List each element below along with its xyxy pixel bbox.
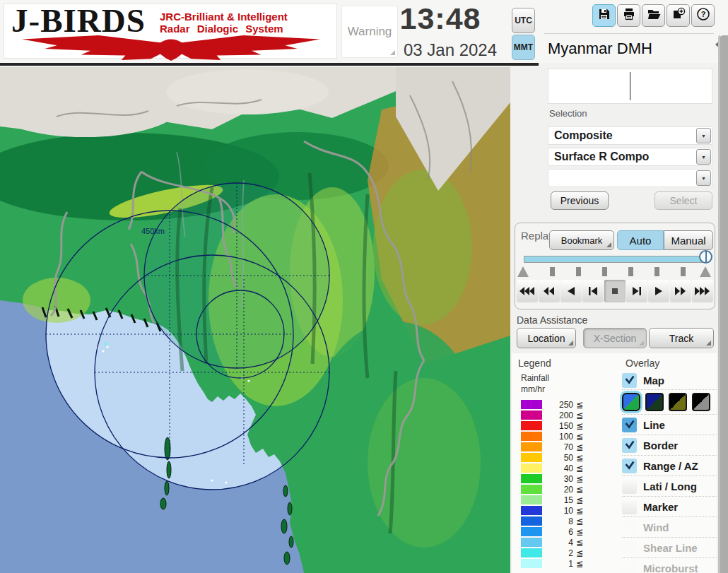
overlay-checkbox[interactable] [622,479,637,494]
add-window-button[interactable] [667,4,690,27]
x-section-button[interactable]: X-Section [583,328,647,348]
select-button: Select [654,191,712,210]
step-back-button[interactable] [582,280,604,302]
legend-color-swatch [521,410,542,420]
clock-time: 13:48 [394,1,486,36]
product-dropdown-2[interactable]: Surface R Compo ▼ [548,148,712,166]
auto-mode-button[interactable]: Auto [617,230,664,250]
legend-leq-symbol: ≦ [576,538,583,548]
legend-color-swatch [521,559,542,568]
step-forward-button[interactable] [626,280,647,302]
overlay-item-label: Microburst [643,562,698,573]
replay-slider-handle[interactable] [699,250,712,264]
overlay-item-label: Map [643,374,664,386]
map-style-black-gray[interactable] [692,393,710,411]
map-style-blue-green[interactable] [622,393,640,411]
radar-map[interactable]: 450km [0,67,510,573]
overlay-options: MapLineBorderRange / AZLati / LongMarker… [622,371,717,573]
overlay-checkbox[interactable] [622,418,637,432]
fast-forward-icon [672,285,689,297]
fast-forward-button[interactable] [670,280,691,302]
range-start-marker[interactable] [517,266,529,277]
rewind-button[interactable] [539,280,560,302]
overlay-checkbox[interactable] [622,459,637,473]
legend-row: 40≦ [521,463,613,473]
info-box-divider [630,72,630,100]
replay-slider-track[interactable] [524,256,706,263]
legend-value: 250 [542,400,573,410]
add-window-icon [671,7,686,24]
help-icon: ? [696,7,710,24]
fast-forward-max-button[interactable] [692,280,713,302]
help-button[interactable]: ? [691,4,715,27]
previous-button[interactable]: Previous [551,191,609,210]
legend-leq-symbol: ≦ [576,516,583,526]
legend-leq-symbol: ≦ [576,442,583,452]
product-dropdown-3[interactable]: ▼ [548,169,712,187]
overlay-checkbox [622,520,637,535]
legend-color-swatch [521,474,542,483]
logo-subtitle: JRC-Brilliant & Intelligent Radar Dialog… [160,11,288,35]
overlay-checkbox[interactable] [622,438,637,453]
overlay-checkbox[interactable] [622,500,637,514]
rewind-max-button[interactable] [517,280,538,302]
chevron-down-icon[interactable]: ▼ [696,128,711,143]
map-style-black-olive[interactable] [669,393,687,411]
map-style-navy-darkgreen[interactable] [645,393,664,411]
legend-title: Rainfall mm/hr [521,372,613,395]
status-info-box [548,69,712,104]
overlay-item-line: Line [622,414,717,435]
panel-scrollbar[interactable] [718,35,728,573]
legend-color-swatch [521,548,542,557]
location-button[interactable]: Location [517,328,576,348]
control-panel: Selection Composite ▼ Surface R Compo ▼ … [510,67,718,573]
legend-rows: 250≦200≦150≦100≦70≦50≦40≦30≦20≦15≦10≦8≦6… [521,399,613,569]
manual-mode-button[interactable]: Manual [664,230,713,250]
legend-value: 40 [542,463,573,473]
bookmark-button[interactable]: Bookmark [549,230,614,250]
play-button[interactable] [648,280,669,302]
legend-value: 50 [542,453,573,463]
legend-color-swatch [521,538,542,547]
legend-leq-symbol: ≦ [576,400,583,410]
overlay-item-range-az: Range / AZ [622,455,717,475]
product-dropdown-1[interactable]: Composite ▼ [548,126,712,145]
track-button[interactable]: Track [649,328,714,348]
legend-value: 30 [542,474,573,484]
legend-row: 6≦ [521,526,613,537]
range-end-marker[interactable] [700,266,711,277]
warning-button[interactable]: Warning [341,6,398,58]
legend-color-swatch [521,516,542,526]
toolbar: ? [592,4,715,27]
overlay-checkbox[interactable] [622,373,637,388]
stop-button[interactable] [604,280,626,302]
play-reverse-button[interactable] [560,280,582,302]
clock-date: 03 Jan 2024 [390,40,510,60]
overlay-label: Overlay [626,358,659,369]
legend-row: 4≦ [521,537,613,548]
legend-row: 30≦ [521,473,613,484]
legend-color-swatch [521,421,542,430]
open-folder-button[interactable] [642,4,665,27]
slider-tick [654,267,659,276]
legend-color-swatch [521,453,542,462]
overlay-item-border: Border [622,435,717,455]
play-reverse-icon [563,285,580,297]
overlay-item-label: Wind [643,521,669,533]
overlay-item-label: Range / AZ [643,460,698,472]
mmt-button[interactable]: MMT [512,35,535,60]
print-button[interactable] [617,4,640,27]
utc-button[interactable]: UTC [512,8,535,33]
legend-leq-symbol: ≦ [576,474,583,484]
legend-row: 10≦ [521,505,613,516]
chevron-down-icon[interactable]: ▼ [696,149,711,165]
legend-row: 100≦ [521,431,613,442]
legend-leq-symbol: ≦ [576,548,583,558]
legend-label: Legend [518,358,551,369]
overlay-checkbox [622,561,637,573]
legend-value: 15 [542,495,573,505]
save-button[interactable] [592,4,616,27]
legend-color-swatch [521,463,542,473]
legend-color-swatch [521,400,542,409]
chevron-down-icon[interactable]: ▼ [696,170,711,186]
